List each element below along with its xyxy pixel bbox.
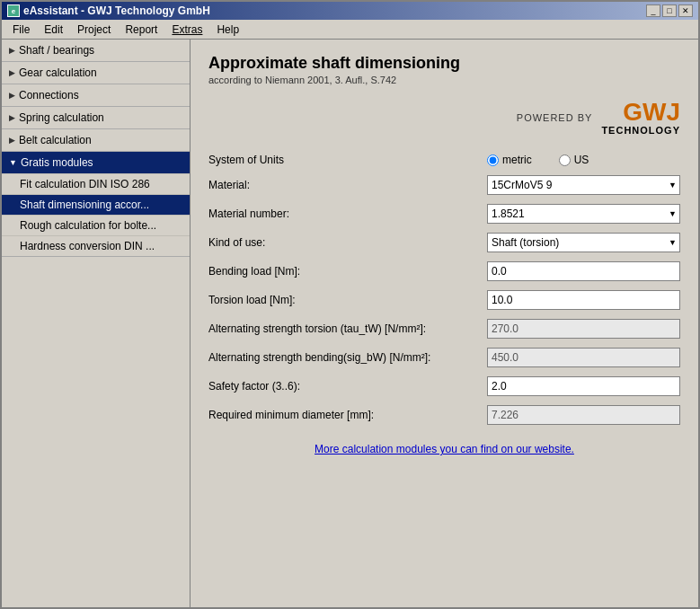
safety-factor-control xyxy=(487,376,680,396)
menu-file[interactable]: File xyxy=(5,21,37,39)
sidebar-label-gear: Gear calculation xyxy=(19,66,97,79)
kind-of-use-select-wrapper: Shaft (torsion) Axle (bending) xyxy=(487,233,680,252)
sidebar-section-gratis: ▼ Gratis modules Fit calculation DIN ISO… xyxy=(2,152,190,257)
material-number-label: Material number: xyxy=(208,207,487,220)
material-row: Material: 15CrMoV5 9 42CrMo4 xyxy=(208,175,680,195)
arrow-icon-connections: ▶ xyxy=(9,91,15,100)
title-bar-left: e eAssistant - GWJ Technology GmbH xyxy=(7,4,210,17)
powered-by-section: POWERED BY GWJ TECHNOLOGY xyxy=(208,100,680,136)
page-title: Approximate shaft dimensioning xyxy=(208,54,680,73)
radio-metric-input[interactable] xyxy=(487,154,499,166)
units-radio-group: metric US xyxy=(487,154,680,166)
arrow-icon-gratis: ▼ xyxy=(9,158,17,167)
sidebar-item-shaft-dimensioning[interactable]: Shaft dimensioning accor... xyxy=(2,194,190,215)
alt-bending-row: Alternating strength bending(sig_bW) [N/… xyxy=(208,348,680,367)
torsion-load-label: Torsion load [Nm]: xyxy=(208,294,487,306)
min-diameter-row: Required minimum diameter [mm]: xyxy=(208,405,680,425)
gwj-tech: TECHNOLOGY xyxy=(601,125,680,136)
link-section: More calculation modules you can find on… xyxy=(208,443,680,455)
page-subtitle: according to Niemann 2001, 3. Aufl., S.7… xyxy=(208,75,680,85)
sidebar-item-fit-calculation[interactable]: Fit calculation DIN ISO 286 xyxy=(2,173,190,194)
arrow-icon-gear: ▶ xyxy=(9,68,15,77)
material-number-select-wrapper: 1.8521 1.7225 xyxy=(487,204,680,224)
sidebar-header-belt[interactable]: ▶ Belt calculation xyxy=(2,129,190,151)
maximize-button[interactable]: □ xyxy=(662,4,677,17)
radio-metric[interactable]: metric xyxy=(487,154,532,166)
sidebar: ▶ Shaft / bearings ▶ Gear calculation ▶ … xyxy=(2,40,191,607)
sidebar-section-spring: ▶ Spring calculation xyxy=(2,107,190,129)
gwj-letters: GWJ xyxy=(623,100,680,125)
alt-torsion-label: Alternating strength torsion (tau_tW) [N… xyxy=(208,322,487,335)
content-panel: Approximate shaft dimensioning according… xyxy=(191,40,698,607)
sidebar-section-belt: ▶ Belt calculation xyxy=(2,129,190,152)
kind-of-use-row: Kind of use: Shaft (torsion) Axle (bendi… xyxy=(208,233,680,252)
window-title: eAssistant - GWJ Technology GmbH xyxy=(23,4,210,17)
min-diameter-label: Required minimum diameter [mm]: xyxy=(208,409,487,421)
sidebar-section-connections: ▶ Connections xyxy=(2,84,190,107)
arrow-icon-belt: ▶ xyxy=(9,136,15,145)
main-window: e eAssistant - GWJ Technology GmbH _ □ ✕… xyxy=(0,0,700,609)
sidebar-header-connections[interactable]: ▶ Connections xyxy=(2,84,190,106)
powered-by-text: POWERED BY xyxy=(517,112,593,123)
min-diameter-control xyxy=(487,405,680,425)
form-section: System of Units metric US Mate xyxy=(208,154,680,425)
sidebar-item-rough-calculation[interactable]: Rough calculation for bolte... xyxy=(2,215,190,235)
material-number-row: Material number: 1.8521 1.7225 xyxy=(208,204,680,224)
alt-bending-control xyxy=(487,348,680,367)
kind-of-use-select[interactable]: Shaft (torsion) Axle (bending) xyxy=(487,233,680,252)
sidebar-header-spring[interactable]: ▶ Spring calculation xyxy=(2,107,190,128)
sidebar-header-gear[interactable]: ▶ Gear calculation xyxy=(2,62,190,84)
safety-factor-input[interactable] xyxy=(487,376,680,396)
menu-bar: File Edit Project Report Extras Help xyxy=(2,20,698,40)
menu-project[interactable]: Project xyxy=(70,21,118,39)
title-bar: e eAssistant - GWJ Technology GmbH _ □ ✕ xyxy=(2,2,698,20)
title-controls: _ □ ✕ xyxy=(646,4,693,17)
minimize-button[interactable]: _ xyxy=(646,4,660,17)
safety-factor-row: Safety factor (3..6): xyxy=(208,376,680,396)
min-diameter-input xyxy=(487,405,680,425)
bending-load-row: Bending load [Nm]: xyxy=(208,261,680,281)
sidebar-header-gratis[interactable]: ▼ Gratis modules xyxy=(2,152,190,173)
sidebar-header-shaft[interactable]: ▶ Shaft / bearings xyxy=(2,40,190,61)
alt-torsion-control xyxy=(487,319,680,339)
close-button[interactable]: ✕ xyxy=(678,4,693,17)
material-select-wrapper: 15CrMoV5 9 42CrMo4 xyxy=(487,175,680,195)
arrow-icon-spring: ▶ xyxy=(9,113,15,122)
sidebar-label-spring: Spring calculation xyxy=(19,111,104,124)
sidebar-section-shaft: ▶ Shaft / bearings xyxy=(2,40,190,62)
sidebar-label-connections: Connections xyxy=(19,89,79,102)
kind-of-use-label: Kind of use: xyxy=(208,236,487,249)
bending-load-input[interactable] xyxy=(487,261,680,281)
radio-us-label: US xyxy=(574,154,589,166)
safety-factor-label: Safety factor (3..6): xyxy=(208,380,487,393)
alt-torsion-input[interactable] xyxy=(487,319,680,339)
app-icon: e xyxy=(7,4,20,17)
menu-extras[interactable]: Extras xyxy=(164,21,209,39)
radio-us-input[interactable] xyxy=(559,154,571,166)
website-link[interactable]: More calculation modules you can find on… xyxy=(315,443,574,455)
menu-report[interactable]: Report xyxy=(118,21,164,39)
material-select[interactable]: 15CrMoV5 9 42CrMo4 xyxy=(487,175,680,195)
sidebar-label-gratis: Gratis modules xyxy=(21,156,93,169)
sidebar-label-belt: Belt calculation xyxy=(19,134,92,146)
system-of-units-row: System of Units metric US xyxy=(208,154,680,166)
bending-load-label: Bending load [Nm]: xyxy=(208,265,487,278)
radio-metric-label: metric xyxy=(502,154,532,166)
radio-us[interactable]: US xyxy=(559,154,589,166)
sidebar-label-shaft: Shaft / bearings xyxy=(19,44,94,57)
material-number-select[interactable]: 1.8521 1.7225 xyxy=(487,204,680,224)
menu-edit[interactable]: Edit xyxy=(37,21,70,39)
alt-bending-label: Alternating strength bending(sig_bW) [N/… xyxy=(208,351,487,364)
bending-load-control xyxy=(487,261,680,281)
menu-help[interactable]: Help xyxy=(209,21,246,39)
torsion-load-control xyxy=(487,290,680,310)
system-of-units-label: System of Units xyxy=(208,154,487,166)
torsion-load-input[interactable] xyxy=(487,290,680,310)
gwj-logo: GWJ TECHNOLOGY xyxy=(601,100,680,136)
sidebar-item-hardness-conversion[interactable]: Hardness conversion DIN ... xyxy=(2,235,190,256)
alt-torsion-row: Alternating strength torsion (tau_tW) [N… xyxy=(208,319,680,339)
alt-bending-input[interactable] xyxy=(487,348,680,367)
material-label: Material: xyxy=(208,179,487,191)
sidebar-section-gear: ▶ Gear calculation xyxy=(2,62,190,84)
arrow-icon-shaft: ▶ xyxy=(9,46,15,55)
